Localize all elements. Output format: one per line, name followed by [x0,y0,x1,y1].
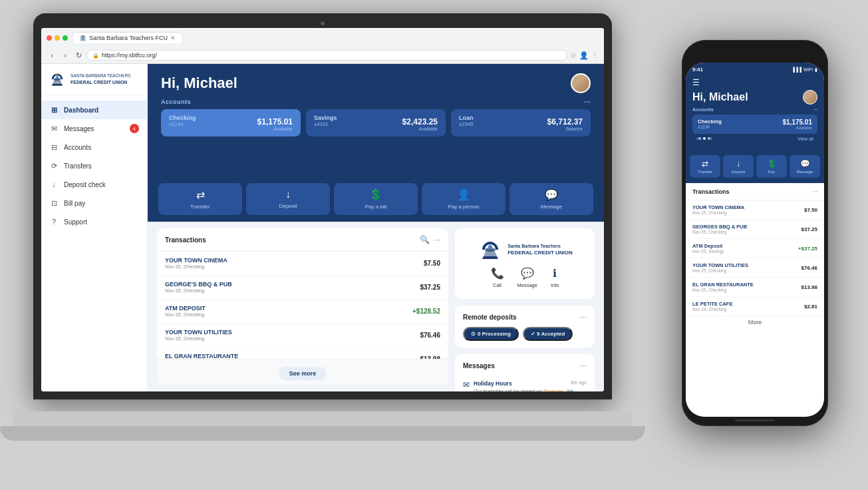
phone-greeting: Hi, Michael [692,90,817,105]
tab-close-icon[interactable]: ✕ [170,35,176,41]
processing-label: 0 Processing [478,331,511,337]
sidebar-item-deposit[interactable]: ↓ Deposit check [41,175,147,194]
remote-deposits-card: Remote deposits ··· ⊙ 0 Processing [455,306,595,348]
list-item[interactable]: YOUR TOWN CINEMA Nov 25, Checking $7.50 [686,200,824,220]
next-arrow[interactable]: › [710,135,712,142]
sidebar-item-transfers[interactable]: ⟳ Transfers [41,156,147,175]
phone-tx-more-icon[interactable]: ··· [812,188,817,195]
phone-tx-meta-3: Nov 25, Checking [692,268,748,273]
phone-quick-message[interactable]: 💬 Message [790,155,820,178]
phone-accounts-label: Accounts ··· [692,107,817,112]
wifi-icon: WiFi [803,67,813,72]
list-item[interactable]: ✉ Holiday Hours 8hr ago Our branches wil… [463,375,587,391]
loan-status: Balance [547,126,583,131]
quick-action-deposit[interactable]: ↓ Deposit [246,183,330,215]
phone-avatar [803,90,817,105]
view-all-button[interactable]: View all [797,136,813,141]
quick-action-pay-person[interactable]: 👤 Pay a person [422,183,506,215]
star-icon[interactable]: ☆ [570,51,577,60]
quick-action-message[interactable]: 💬 Message [509,183,593,215]
table-row[interactable]: YOUR TOWN UTILITIES Nov 25, Checking $76… [157,324,448,348]
phone-account-card[interactable]: Checking x1234 $1,175.01 Available [692,115,817,134]
sidebar-label-messages: Messages [64,125,94,132]
quick-action-pay-bill[interactable]: 💲 Pay a bill [334,183,418,215]
brand-action-call[interactable]: 📞 Call [491,267,504,288]
browser-tab[interactable]: 🏦 Santa Barbara Teachers FCU ✕ [72,32,183,43]
accounts-icon: ⊟ [49,142,59,152]
phone-menu-icon[interactable]: ☰ [692,78,817,87]
sidebar-item-accounts[interactable]: ⊟ Accounts [41,138,147,156]
dashboard-icon: ⊞ [49,105,59,115]
table-row[interactable]: EL GRAN RESTAURANTE Nov 25, Checking $13… [157,348,448,359]
more-options-icon[interactable]: ··· [434,235,440,244]
tx-name-4: EL GRAN RESTAURANTE [165,353,238,359]
savings-status: Available [402,126,438,131]
address-bar[interactable]: 🔒 https://my.sbtfcu.org/ [86,50,567,61]
user-avatar[interactable] [571,73,591,93]
deposit-quick-icon: ↓ [285,188,291,200]
browser-nav-actions: ☆ 👤 ⋮ [570,51,599,60]
list-item[interactable]: EL GRAN RESTAURANTE Nov 25, Checking $13… [686,278,824,297]
phone-notch [732,48,778,61]
phone-quick-pay[interactable]: 💲 Pay [756,155,787,178]
svg-point-1 [56,76,59,79]
sidebar-item-dashboard[interactable]: ⊞ Dashboard [41,101,147,119]
brand-action-info[interactable]: ℹ Info [551,267,559,288]
tx-meta-0: Nov 25, Checking [165,264,227,270]
phone-quick-deposit[interactable]: ↓ Deposit [723,155,754,178]
right-panel: Santa Barbara Teachers FEDERAL CREDIT UN… [455,228,595,385]
table-row[interactable]: YOUR TOWN CINEMA Nov 25, Checking $7.50 [157,252,448,276]
refresh-button[interactable]: ↻ [73,50,84,61]
forward-button[interactable]: › [60,50,71,61]
menu-icon[interactable]: ⋮ [591,51,599,60]
phone-tx-meta-1: Nov 25, Checking [692,230,747,234]
see-more-button[interactable]: See more [279,367,327,380]
close-dot[interactable] [47,35,52,41]
transfers-icon: ⟳ [49,161,59,170]
user-icon[interactable]: 👤 [579,51,589,60]
quick-action-transfer[interactable]: ⇄ Transfer [158,183,242,215]
list-item[interactable]: ATM Deposit Nov 25, Savings +$37.25 [686,239,824,258]
table-row[interactable]: ATM DEPOSIT Nov 25, Checking +$128.52 [157,300,448,324]
accepted-button[interactable]: ✓ 9 Accepted [523,327,573,341]
sidebar-item-messages[interactable]: ✉ Messages 4 [41,119,147,138]
table-row[interactable]: GEORGE'S BBQ & PUB Nov 25, Checking $37.… [157,276,448,300]
account-card-checking[interactable]: Checking x1234 $1,175.01 Available [161,109,301,136]
main-header-top: Hi, Michael [161,73,591,93]
account-card-loan[interactable]: Loan x2345 $6,712.37 Balance [451,109,591,136]
deposits-more-icon[interactable]: ··· [580,312,587,322]
phone-header: ☰ Hi, Michael Accounts ··· Checking x123… [686,74,824,150]
brand-action-message[interactable]: 💬 Message [517,267,537,288]
main-content: Hi, Michael Accounts ··· [148,64,604,391]
account-card-savings[interactable]: Savings x4321 $2,423.25 Available [306,109,446,136]
accounts-section-label: Accounts ··· [161,99,591,105]
browser-chrome: 🏦 Santa Barbara Teachers FCU ✕ ‹ › ↻ 🔒 h… [41,28,604,64]
list-item[interactable]: LE PETITE CAFE Nov 24, Checking $2.81 [686,297,824,316]
phone-more-label[interactable]: More [686,316,824,328]
minimize-dot[interactable] [55,35,60,41]
tx-meta-1: Nov 25, Checking [165,288,232,294]
accepted-label: ✓ 9 Accepted [531,331,565,337]
maximize-dot[interactable] [63,35,68,41]
list-item[interactable]: YOUR TOWN UTILITIES Nov 25, Checking $76… [686,258,824,278]
processing-button[interactable]: ⊙ 0 Processing [463,327,519,341]
back-button[interactable]: ‹ [47,50,57,61]
browser-title-bar: 🏦 Santa Barbara Teachers FCU ✕ [41,28,604,47]
messages-more-icon[interactable]: ··· [580,361,587,370]
search-icon[interactable]: 🔍 [420,235,430,244]
list-item[interactable]: GEORGES BBQ & PUB Nov 25, Checking $37.2… [686,220,824,239]
messages-badge: 4 [130,124,139,133]
browser-dots [47,35,68,41]
checking-title: Checking [169,115,196,121]
brand-card: Santa Barbara Teachers FEDERAL CREDIT UN… [455,228,595,299]
phone-quick-transfer[interactable]: ⇄ Transfer [690,155,720,178]
phone-accounts-more-icon[interactable]: ··· [813,107,817,112]
sidebar-label-accounts: Accounts [64,144,91,151]
phone-deposit-label: Deposit [732,170,745,174]
phone-status-bar: 9:41 ▐▐▐ WiFi ▮ [686,63,824,74]
sidebar-item-support[interactable]: ? Support [41,212,147,231]
accounts-more-icon[interactable]: ··· [584,99,591,106]
message-title-0: Holiday Hours [474,380,512,387]
messages-icon: ✉ [49,124,59,133]
sidebar-item-billpay[interactable]: ⊡ Bill pay [41,194,147,212]
